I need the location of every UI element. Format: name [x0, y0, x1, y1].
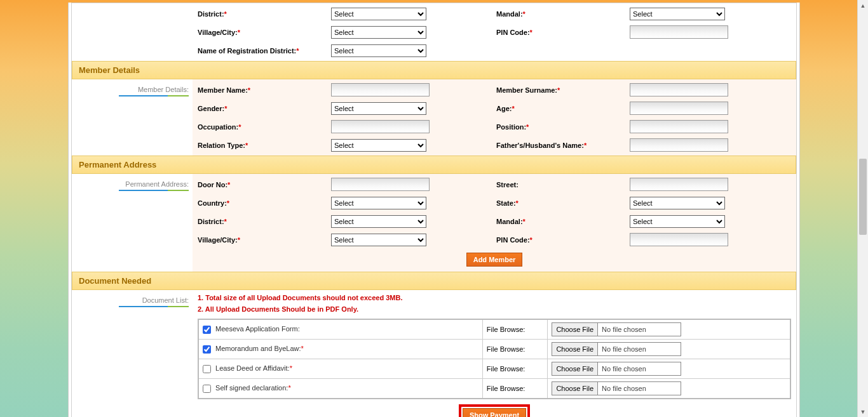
member-details-side: Member Details: — [138, 86, 189, 93]
doc-note-1: 1. Total size of all Upload Documents sh… — [198, 293, 791, 304]
member-surname-input[interactable] — [630, 83, 728, 96]
file-browse-label: File Browse: — [482, 359, 548, 379]
file-browse-label: File Browse: — [482, 319, 548, 340]
perm-district-select[interactable]: Select — [331, 215, 426, 228]
file-browse-label: File Browse: — [482, 379, 548, 399]
scrollbar-thumb[interactable] — [859, 159, 867, 235]
perm-mandal-select[interactable]: Select — [630, 215, 725, 228]
doc-label: Memorandum and ByeLaw: — [214, 345, 301, 352]
scroll-up-arrow-icon[interactable]: ▲ — [858, 0, 868, 11]
member-surname-label: Member Surname: — [496, 86, 557, 94]
file-input[interactable]: Choose FileNo file chosen — [552, 381, 681, 395]
age-input[interactable] — [630, 102, 728, 115]
doc-checkbox[interactable] — [203, 345, 211, 354]
doc-note-2: 2. All Upload Documents Should be in PDF… — [198, 304, 791, 315]
doc-checkbox[interactable] — [203, 385, 211, 393]
doc-row: Meeseva Application Form:File Browse:Cho… — [198, 319, 790, 340]
permanent-address-header: Permanent Address — [72, 156, 796, 174]
pincode-label: PIN Code: — [496, 29, 530, 36]
district-label: District: — [198, 10, 224, 18]
show-payment-button[interactable]: Show Payment — [463, 408, 526, 417]
perm-village-label: Village/City: — [198, 236, 238, 244]
occupation-input[interactable] — [331, 120, 430, 133]
underline-icon — [119, 95, 189, 96]
document-list-side: Document List: — [142, 296, 189, 304]
permanent-address-side: Permanent Address: — [125, 180, 189, 188]
district-select[interactable]: Select — [331, 8, 426, 20]
reg-district-label: Name of Registration District: — [198, 47, 296, 55]
doc-row: Self signed declaration:*File Browse:Cho… — [198, 379, 790, 399]
doc-checkbox[interactable] — [203, 326, 211, 334]
reg-district-select[interactable]: Select — [331, 44, 426, 57]
perm-village-select[interactable]: Select — [331, 234, 426, 246]
father-input[interactable] — [630, 138, 728, 152]
scroll-down-arrow-icon[interactable]: ▼ — [858, 406, 868, 417]
perm-pincode-label: PIN Code: — [496, 236, 530, 244]
gender-label: Gender: — [198, 105, 224, 112]
doc-row: Memorandum and ByeLaw:*File Browse:Choos… — [198, 340, 790, 359]
choose-file-button[interactable]: Choose File — [552, 362, 598, 375]
position-label: Position: — [496, 123, 526, 131]
country-select[interactable]: Select — [331, 197, 426, 209]
member-name-input[interactable] — [331, 83, 430, 96]
door-label: Door No: — [198, 181, 227, 189]
pincode-input[interactable] — [630, 25, 728, 39]
position-input[interactable] — [630, 120, 728, 133]
state-select[interactable]: Select — [630, 197, 725, 209]
village-select[interactable]: Select — [331, 26, 426, 39]
gender-select[interactable]: Select — [331, 102, 426, 115]
street-input[interactable] — [630, 178, 728, 191]
state-label: State: — [496, 199, 516, 207]
door-input[interactable] — [331, 178, 430, 191]
file-input[interactable]: Choose FileNo file chosen — [552, 322, 681, 336]
file-chosen-text: No file chosen — [598, 382, 681, 395]
file-input[interactable]: Choose FileNo file chosen — [552, 342, 681, 356]
perm-pincode-input[interactable] — [630, 233, 728, 246]
doc-label: Meeseva Application Form: — [214, 325, 300, 333]
vertical-scrollbar[interactable]: ▲ ▼ — [857, 0, 868, 417]
file-chosen-text: No file chosen — [598, 362, 681, 375]
show-payment-highlight: Show Payment — [459, 404, 530, 417]
member-details-header: Member Details — [72, 61, 796, 79]
choose-file-button[interactable]: Choose File — [552, 323, 598, 336]
doc-label: Self signed declaration: — [214, 384, 288, 392]
relation-select[interactable]: Select — [331, 139, 426, 152]
document-needed-header: Document Needed — [72, 272, 796, 290]
file-chosen-text: No file chosen — [598, 343, 681, 355]
perm-mandal-label: Mandal: — [496, 218, 523, 225]
mandal-select[interactable]: Select — [630, 8, 725, 20]
underline-icon — [119, 190, 189, 191]
country-label: Country: — [198, 199, 227, 207]
file-chosen-text: No file chosen — [598, 323, 681, 336]
father-label: Father's/Husband's Name: — [496, 142, 584, 149]
age-label: Age: — [496, 105, 512, 112]
village-label: Village/City: — [198, 29, 238, 36]
file-input[interactable]: Choose FileNo file chosen — [552, 362, 681, 376]
doc-row: Lease Deed or Affidavit:*File Browse:Cho… — [198, 359, 790, 379]
relation-label: Relation Type: — [198, 142, 245, 149]
perm-district-label: District: — [198, 218, 224, 225]
choose-file-button[interactable]: Choose File — [552, 382, 598, 395]
choose-file-button[interactable]: Choose File — [552, 343, 598, 355]
doc-checkbox[interactable] — [203, 365, 211, 373]
underline-icon — [119, 306, 189, 307]
member-name-label: Member Name: — [198, 86, 248, 94]
document-table: Meeseva Application Form:File Browse:Cho… — [198, 319, 791, 399]
add-member-button[interactable]: Add Member — [466, 253, 523, 267]
street-label: Street: — [496, 181, 519, 189]
occupation-label: Occupation: — [198, 123, 238, 131]
file-browse-label: File Browse: — [482, 340, 548, 359]
mandal-label: Mandal: — [496, 10, 523, 18]
doc-label: Lease Deed or Affidavit: — [214, 364, 290, 372]
